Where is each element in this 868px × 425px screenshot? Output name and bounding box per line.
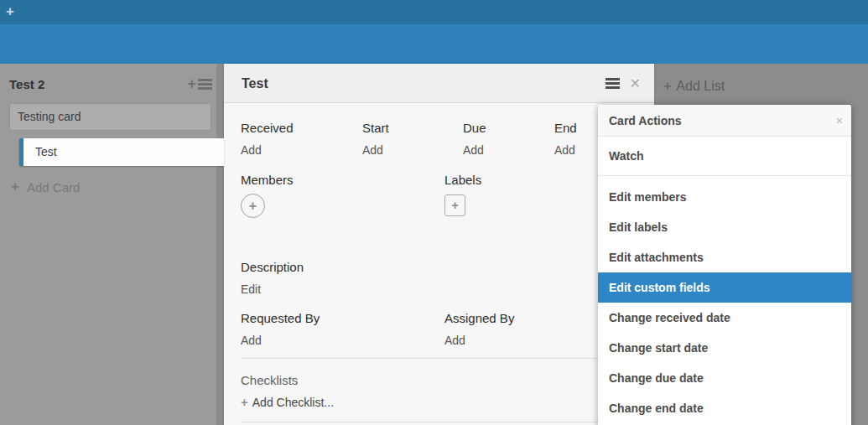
checklists-label: Checklists	[241, 373, 637, 387]
members-labels-row: Members + Labels +	[241, 173, 637, 218]
menu-item-edit-custom-fields[interactable]: Edit custom fields	[598, 272, 851, 303]
add-member-button[interactable]: +	[241, 194, 265, 218]
menu-item-change-end-date[interactable]: Change end date	[598, 393, 851, 423]
start-label: Start	[362, 121, 463, 135]
description-edit-link[interactable]: Edit	[241, 282, 637, 296]
received-add-link[interactable]: Add	[241, 143, 362, 157]
close-card-detail-icon[interactable]: ✕	[630, 64, 641, 103]
card-actions-popup-header: Card Actions ×	[598, 105, 851, 137]
card-test-selected[interactable]: Test	[19, 138, 224, 166]
requested-by-add-link[interactable]: Add	[241, 334, 444, 347]
menu-item-change-due-date[interactable]: Change due date	[598, 363, 851, 393]
plus-icon: +	[241, 395, 248, 409]
app-page: + Test 2 + Testing card + Add Card Test …	[0, 0, 868, 425]
due-label: Due	[463, 121, 554, 135]
members-label: Members	[241, 173, 444, 187]
add-board-icon[interactable]: +	[6, 3, 14, 20]
requested-by-section: Requested By Add	[241, 311, 444, 347]
card-testing-card[interactable]: Testing card	[9, 103, 211, 131]
section-divider	[241, 422, 637, 422]
add-label-button[interactable]: +	[444, 194, 465, 216]
card-actions-menu-icon[interactable]	[606, 78, 620, 89]
due-add-link[interactable]: Add	[463, 143, 554, 157]
description-section: Description Edit	[241, 260, 637, 296]
start-field: Start Add	[362, 121, 463, 157]
list-title[interactable]: Test 2	[9, 77, 44, 91]
add-checklist-label: Add Checklist...	[252, 396, 334, 409]
menu-item-change-received-date[interactable]: Change received date	[598, 303, 851, 333]
board-header-bar	[0, 24, 868, 64]
add-checklist-button[interactable]: + Add Checklist...	[241, 395, 637, 409]
section-divider	[241, 358, 637, 359]
card-detail-title: Test	[242, 64, 268, 103]
list-menu-icon[interactable]	[198, 79, 212, 90]
list-add-card-icon[interactable]: +	[187, 75, 196, 93]
card-detail-header: Test ✕	[224, 64, 654, 103]
card-detail-panel: Test ✕ Received Add Start Add Due Add	[224, 64, 654, 425]
description-label: Description	[241, 260, 637, 274]
requested-assigned-row: Requested By Add Assigned By Add	[241, 311, 637, 347]
start-add-link[interactable]: Add	[362, 143, 463, 157]
add-card-button[interactable]: + Add Card	[11, 179, 80, 195]
close-popup-icon[interactable]: ×	[836, 105, 843, 137]
due-field: Due Add	[463, 121, 554, 157]
menu-item-watch[interactable]: Watch	[598, 137, 851, 176]
add-list-button[interactable]: + Add List	[663, 79, 725, 94]
card-actions-title: Card Actions	[609, 105, 682, 137]
members-section: Members +	[241, 173, 444, 218]
card-actions-menu-list: Edit members Edit labels Edit attachment…	[598, 176, 851, 423]
requested-by-label: Requested By	[241, 311, 444, 325]
plus-icon: +	[249, 199, 257, 214]
card-detail-body: Received Add Start Add Due Add End Add	[224, 121, 654, 422]
received-field: Received Add	[241, 121, 362, 157]
card-actions-popup: Card Actions × Watch Edit members Edit l…	[598, 105, 851, 425]
menu-item-change-start-date[interactable]: Change start date	[598, 333, 851, 363]
menu-item-edit-attachments[interactable]: Edit attachments	[598, 242, 851, 272]
plus-icon: +	[11, 179, 19, 195]
menu-item-edit-labels[interactable]: Edit labels	[598, 212, 851, 242]
menu-item-edit-members[interactable]: Edit members	[598, 182, 851, 212]
date-fields-row: Received Add Start Add Due Add End Add	[241, 121, 637, 157]
add-card-label: Add Card	[27, 180, 80, 194]
top-navbar: +	[0, 0, 868, 24]
received-label: Received	[241, 121, 362, 135]
list-test-2: Test 2 + Testing card + Add Card	[0, 64, 216, 425]
add-list-label: Add List	[676, 79, 725, 94]
plus-icon: +	[663, 79, 671, 94]
plus-icon: +	[451, 199, 458, 212]
